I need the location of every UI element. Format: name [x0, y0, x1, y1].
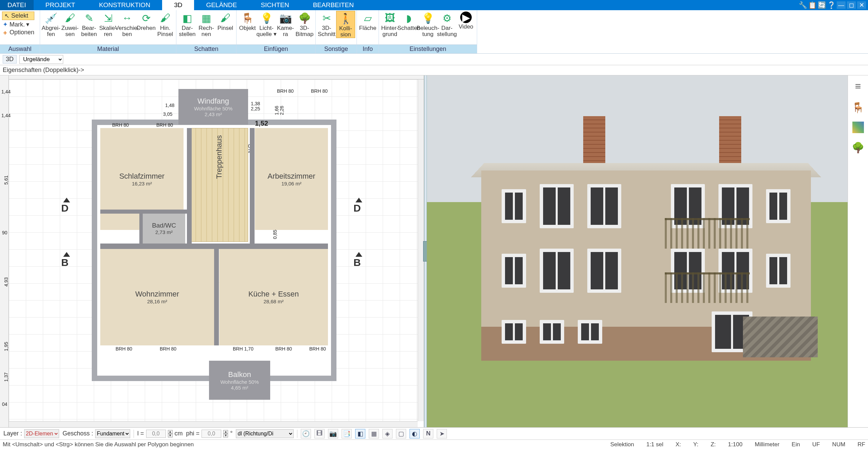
wrench-icon[interactable]: 🔧: [799, 1, 807, 9]
ribbon-material-5[interactable]: ⟳Drehen: [137, 11, 156, 31]
ribbon-sonstige-0[interactable]: ✂3D- Schnitt: [317, 11, 336, 37]
ribbon-einstellungen-2[interactable]: 💡Beleuch- tung: [418, 11, 437, 37]
menu-sichten[interactable]: SICHTEN: [249, 0, 301, 10]
ribbon-schatten-2[interactable]: 🖌Pinsel: [216, 11, 235, 31]
sonstige-icon-1: 🚶: [339, 12, 352, 25]
group-auswahl-label: Auswahl: [0, 44, 40, 53]
einfuegen-icon-0: 🪑: [241, 12, 254, 24]
square-icon[interactable]: ▢: [396, 429, 406, 438]
geschoss-select[interactable]: Fundament: [95, 429, 130, 438]
ribbon-material-6[interactable]: 🖌Hin. Pinsel: [156, 11, 175, 37]
materials-icon[interactable]: [852, 122, 864, 133]
clipboard-icon[interactable]: 📋: [808, 1, 816, 9]
einstellungen-icon-2: 💡: [421, 12, 435, 24]
einstellungen-icon-1: ◗: [402, 12, 416, 24]
arrow-icon[interactable]: ➤: [437, 429, 447, 438]
layers-icon[interactable]: ≡: [851, 79, 865, 93]
ribbon-schatten-0[interactable]: ◧Dar- stellen: [178, 11, 197, 37]
menu-projekt[interactable]: PROJEKT: [34, 0, 87, 10]
ribbon-material-4[interactable]: ↔Verschie- ben: [118, 11, 137, 37]
room-treppenhaus[interactable]: Treppenhaus: [190, 128, 248, 242]
ribbon-einfuegen-3[interactable]: 🌳3D- Bitmap: [295, 11, 314, 37]
N-icon[interactable]: N: [423, 429, 433, 438]
room-arbeitszimmer[interactable]: Arbeitszimmer19,06 m²: [255, 128, 328, 230]
ribbon-schatten-1[interactable]: ▦Rech- nen: [197, 11, 216, 37]
window-minimize-icon[interactable]: —: [837, 1, 846, 9]
sphere-icon[interactable]: ◐: [410, 429, 420, 438]
ribbon-einstellungen-4[interactable]: ▶Video: [456, 11, 475, 30]
mark-button[interactable]: ✦Mark.▾: [2, 21, 34, 28]
menu-konstruktion[interactable]: KONSTRUKTION: [87, 0, 162, 10]
section-marker-icon: [355, 198, 362, 202]
einfuegen-label-2: Kame- ra: [277, 24, 294, 37]
group-sonstige-label: Sonstige: [316, 44, 357, 53]
window-3d: [502, 254, 526, 288]
menu-file[interactable]: DATEI: [0, 0, 34, 10]
layer-select[interactable]: 2D-Elemen: [24, 429, 59, 438]
chimney: [583, 116, 605, 167]
window-close-icon[interactable]: ✕: [857, 1, 866, 9]
optionen-button[interactable]: ＋Optionen: [2, 29, 34, 36]
house-3d: [481, 116, 811, 381]
window-maximize-icon[interactable]: ◻: [847, 1, 856, 9]
ribbon-einstellungen-0[interactable]: 🖼Hinter- grund: [380, 11, 399, 37]
window-3d: [540, 184, 574, 228]
brh-label: BRH 80: [156, 122, 173, 128]
l-spin-up[interactable]: ▲: [168, 430, 173, 434]
menu-bearbeiten[interactable]: BEARBEITEN: [301, 0, 366, 10]
bottom-toolbar: Layer : 2D-Elemen Geschoss : Fundament l…: [0, 427, 868, 439]
room-kueche[interactable]: Küche + Essen28,68 m²: [219, 249, 328, 345]
3d-view[interactable]: ≡ 🪑 🌳: [427, 75, 868, 427]
ribbon-einstellungen-3[interactable]: ⚙Dar- stellung: [437, 11, 456, 37]
view-splitter[interactable]: [424, 75, 427, 427]
room-windfang[interactable]: Windfang Wohnfläche 50% 2,43 m²: [178, 89, 248, 125]
einfuegen-label-3: 3D- Bitmap: [296, 24, 314, 37]
ruler-val: 1,44: [1, 89, 11, 94]
selekt-button[interactable]: ↖Selekt: [2, 12, 34, 20]
material-label-4: Verschie- ben: [115, 24, 139, 37]
copy-icon[interactable]: 📑: [342, 429, 352, 438]
tree-icon[interactable]: 🌳: [851, 141, 865, 154]
reel-icon[interactable]: 🎞: [314, 429, 325, 438]
dl-select[interactable]: dl (Richtung/Di: [236, 429, 294, 438]
cube-wire-icon[interactable]: ▦: [369, 429, 379, 438]
phi-input[interactable]: [202, 430, 221, 438]
room-wohnzimmer[interactable]: Wohnzimmer28,16 m²: [100, 249, 214, 345]
phi-spin-up[interactable]: ▲: [223, 430, 228, 434]
help-icon[interactable]: ❔: [827, 1, 835, 9]
ribbon-sonstige-1[interactable]: 🚶Kolli- sion: [336, 11, 355, 38]
ribbon-einstellungen-1[interactable]: ◗Schatten: [399, 11, 418, 31]
ribbon-einfuegen-1[interactable]: 💡Licht- quelle ▾: [257, 11, 276, 37]
ribbon-material-2[interactable]: ✎Bear- beiten: [80, 11, 99, 37]
ruler-val: 04: [2, 401, 7, 407]
l-input[interactable]: [146, 430, 166, 438]
phi-spin-down[interactable]: ▼: [223, 434, 228, 437]
properties-bar[interactable]: Eigenschaften (Doppelklick)->: [0, 65, 868, 75]
menu-gelaende[interactable]: GELÄNDE: [194, 0, 249, 10]
dim-label: 2,26: [279, 106, 284, 115]
refresh-icon[interactable]: 🔄: [818, 1, 826, 9]
l-spin-down[interactable]: ▼: [168, 434, 173, 437]
ribbon-info-0[interactable]: ▱Fläche: [358, 11, 377, 31]
side-palette: ≡ 🪑 🌳: [848, 75, 868, 427]
material-icon-2: ✎: [82, 12, 96, 24]
scrollbar-horizontal[interactable]: [9, 421, 418, 427]
clock-icon[interactable]: 🕘: [301, 429, 311, 438]
layers-toggle-icon[interactable]: ◈: [382, 429, 393, 438]
ribbon-einfuegen-0[interactable]: 🪑Objekt: [238, 11, 257, 31]
ribbon-einfuegen-2[interactable]: 📷Kame- ra: [276, 11, 295, 37]
exterior-stairs: [743, 317, 818, 357]
interior-wall: [139, 213, 143, 244]
furniture-icon[interactable]: 🪑: [851, 101, 865, 114]
room-balkon[interactable]: Balkon Wohnfläche 50% 4,65 m²: [209, 361, 270, 400]
menu-3d[interactable]: 3D: [162, 0, 194, 10]
camera-icon[interactable]: 📷: [328, 429, 338, 438]
phi-label: phi =: [186, 430, 200, 437]
cube-shaded-icon[interactable]: ◧: [355, 429, 365, 438]
ribbon-material-0[interactable]: 💉Abgrei- fen: [41, 11, 60, 37]
ribbon-material-1[interactable]: 🖌Zuwei- sen: [60, 11, 80, 37]
room-bad[interactable]: Bad/WC2,73 m²: [143, 213, 185, 244]
floorplan-view[interactable]: 1,44 1,44 5,61 90 4,93 1,95 1,37 04 Wind…: [0, 75, 424, 427]
sonstige-label-0: 3D- Schnitt: [318, 24, 335, 37]
terrain-select[interactable]: Urgelände: [19, 55, 63, 64]
